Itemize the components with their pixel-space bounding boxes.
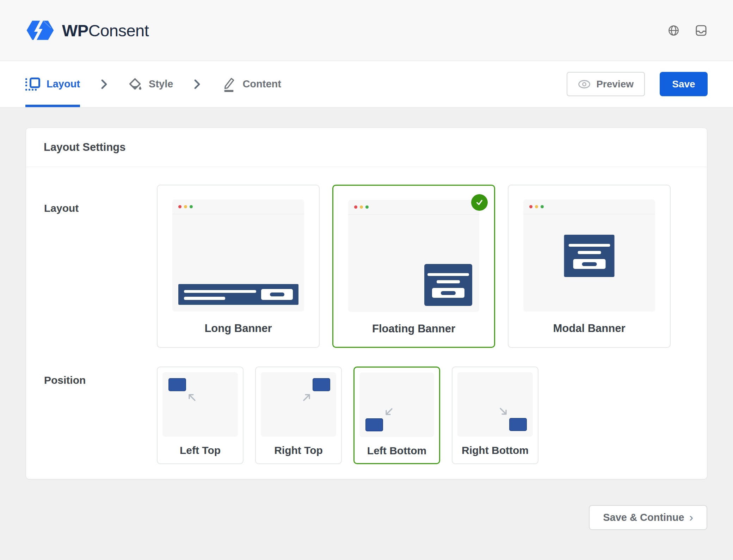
layout-option-label: Modal Banner [509,322,670,335]
chevron-right-icon [101,79,107,89]
browser-mockup [523,199,655,312]
text-line [578,251,601,254]
layout-option-long-banner[interactable]: Long Banner [157,185,320,348]
arrow-down-right-icon [499,407,508,416]
layout-settings-panel: Layout Settings Layout [26,128,707,479]
footer: Save & Continue › [26,505,707,530]
browser-mockup [172,199,304,312]
modal-banner-preview [564,235,615,277]
step-tabs: Layout Style [25,61,281,107]
mockup-titlebar [172,199,304,214]
globe-icon[interactable] [668,25,679,36]
layout-option-label: Long Banner [158,322,319,335]
tab-content-label: Content [242,78,281,90]
button-shape [573,259,605,269]
page: WPConsent [0,0,733,560]
panel-title: Layout Settings [44,141,689,154]
eye-icon [578,80,591,89]
text-line [437,280,460,283]
floating-banner-preview [424,264,472,306]
chevron-right-icon [194,79,200,89]
button-pill [441,291,456,295]
wpconsent-logo: WPConsent [26,19,149,42]
mockup-titlebar [348,200,479,215]
position-option-left-top[interactable]: Left Top [157,367,244,464]
banner-placement-rect [168,378,186,391]
app-header: WPConsent [0,0,733,61]
header-actions: Preview Save [567,72,708,96]
position-option-right-top[interactable]: Right Top [255,367,342,464]
arrow-down-left-icon [384,407,393,417]
position-options: Left Top [157,367,538,464]
tab-style-label: Style [149,78,173,90]
button-shape [432,288,464,298]
red-dot-icon [529,205,532,208]
tab-style[interactable]: Style [128,61,173,107]
layout-row-label: Layout [44,185,157,348]
position-mockup [162,372,238,437]
banner-placement-rect [313,378,330,391]
button-shape [261,289,293,300]
red-dot-icon [354,205,357,209]
position-option-label: Left Top [158,444,243,456]
selected-check-icon [471,194,488,211]
preview-button-label: Preview [596,79,634,90]
red-dot-icon [178,205,181,208]
save-button-label: Save [672,79,695,90]
button-pill [270,293,284,296]
save-and-continue-button[interactable]: Save & Continue › [589,505,707,530]
position-mockup [359,373,434,437]
wpconsent-logo-text: WPConsent [62,22,149,39]
button-pill [582,262,597,266]
panel-header: Layout Settings [26,128,707,167]
position-row-label: Position [44,367,157,464]
position-mockup [457,372,533,437]
main-content: Layout Settings Layout [0,107,733,530]
steps-bar: Layout Style [0,61,733,107]
inbox-tray-icon[interactable] [695,25,707,36]
tab-layout-label: Layout [47,78,80,90]
yellow-dot-icon [184,205,187,208]
layout-row: Layout [44,185,689,348]
green-dot-icon [541,205,544,208]
banner-placement-rect [365,418,383,431]
position-option-label: Right Top [256,444,341,456]
tab-content[interactable]: Content [221,61,281,107]
long-banner-preview [178,284,298,305]
text-line [184,297,225,300]
panel-body: Layout [26,167,707,479]
layout-option-label: Floating Banner [333,322,494,335]
header-icons [668,25,707,36]
position-row: Position [44,367,689,464]
yellow-dot-icon [535,205,538,208]
mockup-titlebar [523,199,655,214]
position-option-right-bottom[interactable]: Right Bottom [452,367,538,464]
save-and-continue-label: Save & Continue [603,512,684,523]
layout-option-floating-banner[interactable]: Floating Banner [332,185,495,348]
paint-bucket-icon [128,78,142,91]
text-line [427,273,469,276]
layout-options: Long Banner [157,185,671,348]
position-option-left-bottom[interactable]: Left Bottom [353,367,440,464]
logo-text-consent: Consent [88,21,149,40]
logo-text-wp: WP [62,21,88,40]
arrow-up-right-icon [302,393,312,402]
banner-placement-rect [509,418,527,431]
layout-option-modal-banner[interactable]: Modal Banner [508,185,671,348]
text-line [568,244,610,247]
green-dot-icon [190,205,193,208]
green-dot-icon [365,205,369,209]
yellow-dot-icon [360,205,363,209]
position-mockup [261,372,336,437]
chevron-right-icon: › [689,511,693,524]
preview-button[interactable]: Preview [567,72,645,96]
tab-layout[interactable]: Layout [25,61,80,107]
save-button[interactable]: Save [660,72,708,96]
layout-icon [25,78,39,91]
wpconsent-logo-icon [26,19,54,42]
position-option-label: Left Bottom [355,445,439,457]
pencil-icon [221,76,235,92]
position-option-label: Right Bottom [452,444,538,456]
browser-mockup [348,200,479,312]
text-line [184,290,256,293]
